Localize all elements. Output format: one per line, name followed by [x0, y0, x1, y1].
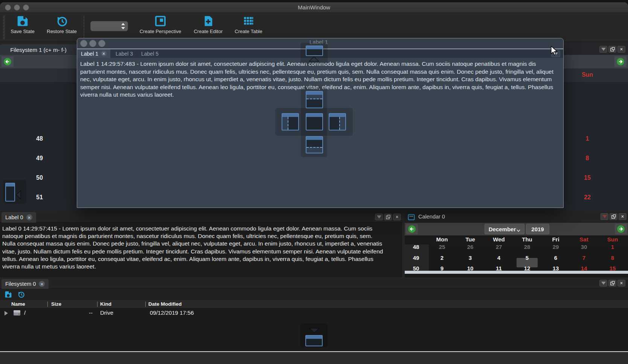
tab-filesystem1[interactable]: Filesystem 1 (c+ m- f-) [0, 44, 77, 55]
calendar-date[interactable]: 5 [517, 255, 538, 261]
dock-menu-button[interactable] [375, 214, 383, 220]
calendar-date[interactable]: 15 [576, 174, 599, 181]
tab-close-icon[interactable]: × [39, 281, 45, 287]
traffic-light-close[interactable] [80, 40, 87, 47]
arrow-right-icon [617, 225, 625, 233]
tab-close-icon[interactable]: × [101, 51, 107, 56]
week-number: 49 [28, 155, 51, 162]
calendar-date[interactable]: 30 [573, 244, 594, 250]
float-icon [386, 215, 390, 219]
dock-close-button[interactable]: × [393, 214, 401, 220]
column-name[interactable]: Name [11, 301, 25, 307]
drop-split-top-icon[interactable] [306, 91, 323, 108]
screen: MainWindow Save State Restore [0, 0, 628, 364]
disclosure-triangle-icon[interactable] [5, 311, 8, 315]
tab-filesystem0[interactable]: Filesystem 0 × [2, 279, 49, 289]
dock-close-button[interactable]: × [617, 46, 625, 53]
column-kind[interactable]: Kind [100, 301, 111, 307]
save-state-button[interactable]: Save State [8, 15, 38, 34]
dock-close-button[interactable]: × [619, 213, 626, 220]
tab-label0[interactable]: Label 0 × [2, 212, 36, 223]
dock-menu-button[interactable] [599, 280, 607, 287]
dock-float-button[interactable] [384, 214, 392, 220]
week-number: 48 [405, 244, 427, 250]
drop-split-bottom-icon[interactable] [306, 136, 323, 153]
column-separator[interactable] [47, 302, 48, 307]
month-label: December [489, 226, 516, 232]
tab-label0-label: Label 0 [5, 214, 23, 220]
calendar-date[interactable]: 27 [488, 244, 509, 250]
dock-float-button[interactable] [610, 213, 617, 220]
calendar-date[interactable]: 3 [460, 255, 481, 261]
chevron-down-icon [517, 229, 520, 232]
calendar-date[interactable]: 29 [545, 244, 566, 250]
create-table-button[interactable]: Create Table [233, 15, 264, 34]
calendar-date[interactable]: 6 [545, 255, 566, 261]
float-icon [610, 47, 615, 52]
year-spinner[interactable]: 2019 [526, 224, 549, 234]
prev-month-button[interactable] [2, 56, 14, 67]
calendar-date[interactable]: 28 [517, 244, 538, 250]
week-number: 49 [405, 255, 427, 261]
chevron-down-icon [601, 282, 606, 285]
drop-bottom-edge-icon[interactable] [305, 335, 323, 346]
table-row[interactable]: / -- Drive 09/12/2019 17:56 [0, 308, 628, 318]
label0-panel: Label 0 × × Label 0 14:29:57:415 - Lorem… [0, 211, 402, 278]
float-icon [611, 214, 616, 219]
calendar-date[interactable]: 26 [460, 244, 481, 250]
drop-center-tab-icon[interactable] [306, 113, 323, 130]
next-month-button[interactable] [615, 224, 627, 234]
calendar-date[interactable]: 1 [602, 244, 623, 250]
arrow-left-icon [408, 225, 416, 233]
column-date-modified[interactable]: Date Modified [148, 301, 182, 307]
prev-month-button[interactable] [406, 224, 418, 234]
column-size[interactable]: Size [51, 301, 61, 307]
dock-float-button[interactable] [608, 46, 616, 53]
create-perspective-button[interactable]: Create Perspective [137, 15, 184, 34]
tab-label1[interactable]: Label 1 × [77, 49, 110, 58]
traffic-light-zoom[interactable] [98, 40, 105, 47]
save-icon[interactable] [5, 291, 12, 298]
week-number: 51 [28, 194, 51, 201]
perspective-combobox[interactable] [90, 21, 128, 31]
calendar-date[interactable]: 2 [431, 255, 453, 261]
dock-close-button[interactable]: × [617, 280, 625, 287]
tab-label5[interactable]: Label 5 [137, 49, 162, 58]
calendar-date[interactable]: 25 [431, 244, 453, 250]
calendar-date[interactable]: 1 [576, 135, 599, 142]
drop-left-edge-icon[interactable] [5, 183, 15, 202]
close-icon: × [620, 47, 623, 52]
drop-split-right-icon[interactable] [329, 113, 346, 130]
drop-top-edge-icon[interactable] [306, 46, 323, 56]
column-separator[interactable] [97, 302, 98, 307]
label0-text: Label 0 14:29:57:415 - Lorem ipsum dolor… [2, 225, 384, 270]
calendar0-title: Calendar 0 [418, 214, 445, 220]
column-separator[interactable] [145, 302, 146, 307]
create-editor-label: Create Editor [194, 29, 223, 34]
calendar-date[interactable]: 22 [576, 194, 599, 201]
create-table-icon [242, 15, 255, 27]
tab-label3[interactable]: Label 3 [112, 49, 137, 58]
calendar-date[interactable]: 8 [602, 255, 623, 261]
dock-menu-button[interactable] [601, 213, 608, 220]
combo-down-icon [121, 27, 125, 29]
toolbar-drag-handle[interactable] [3, 16, 5, 39]
calendar-date[interactable]: 7 [573, 255, 594, 261]
day-header: Mon [431, 236, 453, 243]
month-dropdown[interactable]: December [485, 224, 524, 234]
next-month-button[interactable] [614, 56, 626, 67]
traffic-light-minimize[interactable] [89, 40, 96, 47]
calendar0-scrollbar[interactable] [405, 271, 628, 274]
calendar-date[interactable]: 4 [488, 255, 509, 261]
dock-float-button[interactable] [608, 280, 616, 287]
restore-state-label: Restore State [47, 29, 77, 34]
filesystem0-column-header: Name Size Kind Date Modified [0, 300, 628, 308]
create-editor-button[interactable]: Create Editor [192, 15, 224, 34]
dock-menu-button[interactable] [599, 46, 607, 53]
calendar-date[interactable]: 8 [576, 155, 599, 162]
restore-state-button[interactable]: Restore State [44, 15, 79, 34]
restore-icon[interactable] [17, 291, 25, 298]
tab-close-icon[interactable]: × [26, 214, 32, 220]
create-editor-icon [202, 15, 214, 27]
drop-split-left-icon[interactable] [282, 113, 299, 130]
